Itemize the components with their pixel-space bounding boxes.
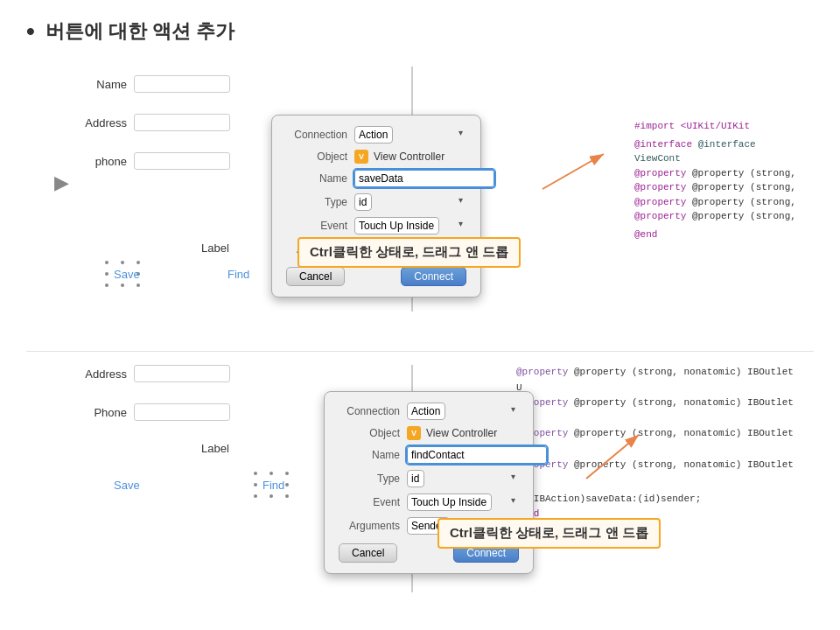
svg-point-10 <box>254 472 257 475</box>
svg-point-17 <box>285 494 289 498</box>
field-label-address2: Address <box>74 368 127 381</box>
find-button-2[interactable]: Find <box>262 479 284 492</box>
code-panel-1: #import <UIKit/UIKit @interface @interfa… <box>630 115 805 246</box>
svg-point-5 <box>105 284 108 287</box>
dialog2-connection-select[interactable]: Action <box>407 402 445 420</box>
annotation-box-2: Ctrl클릭한 상태로, 드래그 앤 드롭 <box>438 518 661 549</box>
dialog-event-label: Event <box>286 220 347 232</box>
dialog2-object-row: V View Controller <box>407 426 497 440</box>
section1: ▶ Name Address phone Label <box>26 66 814 338</box>
dialog2-event-select[interactable]: Touch Up Inside <box>407 494 492 511</box>
dialog-connection-wrapper[interactable]: Action <box>354 126 466 144</box>
field-input-name[interactable] <box>134 75 230 93</box>
dialog-object-value: View Controller <box>374 150 444 163</box>
svg-point-12 <box>285 472 289 475</box>
svg-point-11 <box>270 472 273 475</box>
field-input-phone[interactable] <box>134 152 230 170</box>
code2-line-5: - (IBAction)saveData:(id)sender; <box>516 494 701 504</box>
section2: Address Phone Label Save <box>26 365 814 610</box>
code-line-3: @property (strong, <box>692 168 796 178</box>
vc-icon: V <box>354 150 368 164</box>
svg-point-1 <box>121 261 124 264</box>
find-button-1[interactable]: Find <box>228 268 249 281</box>
vc-icon-2: V <box>407 426 421 440</box>
page-title: 버튼에 대한 액션 추가 <box>46 18 234 45</box>
connection-dialog-1: Connection Action Object V View Controll… <box>271 115 481 298</box>
dialog-connect-button-1[interactable]: Connect <box>401 267 466 286</box>
code-line-7: @end <box>634 229 657 240</box>
form-panel-2: Address Phone <box>74 365 230 442</box>
save-button-1[interactable]: Save <box>114 268 140 281</box>
save-area-2: Save <box>114 479 140 492</box>
dialog-cancel-button-1[interactable]: Cancel <box>286 267 345 286</box>
field-label-name: Name <box>74 78 127 91</box>
field-input-phone2[interactable] <box>134 403 230 421</box>
dialog-event-wrapper[interactable]: Touch Up Inside <box>354 217 466 234</box>
code-line-1: #import <UIKit/UIKit <box>634 121 750 131</box>
dialog-type-select[interactable]: id <box>354 193 372 211</box>
label-text-1: Label <box>201 242 229 255</box>
dialog-connection-select[interactable]: Action <box>354 126 393 144</box>
dialog2-name-input[interactable] <box>407 446 547 464</box>
field-label-phone2: Phone <box>74 406 127 419</box>
dialog2-type-select[interactable]: id <box>407 470 424 487</box>
dialog2-type-label: Type <box>339 472 400 485</box>
save-button-2[interactable]: Save <box>114 479 140 492</box>
annotation-box-1: Ctrl클릭한 상태로, 드래그 앤 드롭 <box>298 237 521 268</box>
field-input-address2[interactable] <box>134 365 230 382</box>
code-line-4: @property (strong, <box>692 182 796 192</box>
svg-point-16 <box>270 494 273 498</box>
dialog2-event-wrapper[interactable]: Touch Up Inside <box>407 494 519 511</box>
dialog2-connection-label: Connection <box>339 405 400 417</box>
label-text-2: Label <box>201 442 229 455</box>
form-panel-1: Name Address phone <box>74 75 230 191</box>
svg-point-7 <box>136 284 140 287</box>
dialog2-object-value: View Controller <box>426 427 497 439</box>
dialog2-name-label: Name <box>339 449 400 461</box>
svg-point-3 <box>105 272 108 276</box>
dialog-buttons-1: Cancel Connect <box>286 267 466 286</box>
code-line-5: @property (strong, <box>692 197 796 207</box>
svg-point-0 <box>105 261 108 264</box>
save-area-1: Save <box>114 268 140 281</box>
section-divider <box>26 351 814 352</box>
svg-point-2 <box>136 261 140 264</box>
code-panel-2: @property @property (strong, nonatomic) … <box>516 365 805 522</box>
dialog-object-label: Object <box>286 150 347 163</box>
dialog-name-input[interactable] <box>354 170 494 187</box>
dialog2-connection-wrapper[interactable]: Action <box>407 402 519 420</box>
dialog-event-select[interactable]: Touch Up Inside <box>354 217 439 234</box>
svg-line-9 <box>542 154 604 189</box>
bullet-point: • <box>26 18 35 46</box>
dialog-type-label: Type <box>286 196 347 208</box>
dialog-object-row: V View Controller <box>354 150 444 164</box>
svg-point-14 <box>285 483 289 486</box>
svg-point-13 <box>254 483 257 486</box>
svg-point-15 <box>254 494 257 498</box>
dialog2-arguments-label: Arguments <box>339 520 400 532</box>
code-line-6: @property (strong, <box>692 211 796 221</box>
field-input-address[interactable] <box>134 114 230 131</box>
dialog-connection-label: Connection <box>286 129 347 141</box>
field-label-phone: phone <box>74 155 127 168</box>
dialog2-object-label: Object <box>339 427 400 439</box>
dialog2-event-label: Event <box>339 496 400 508</box>
svg-point-6 <box>121 284 124 287</box>
dialog-name-label: Name <box>286 172 347 185</box>
dialog-type-wrapper[interactable]: id <box>354 193 466 211</box>
field-label-address: Address <box>74 116 127 130</box>
dialog2-cancel-button[interactable]: Cancel <box>339 543 397 563</box>
dialog2-type-wrapper[interactable]: id <box>407 470 519 487</box>
left-arrow-icon: ▶ <box>54 172 69 194</box>
